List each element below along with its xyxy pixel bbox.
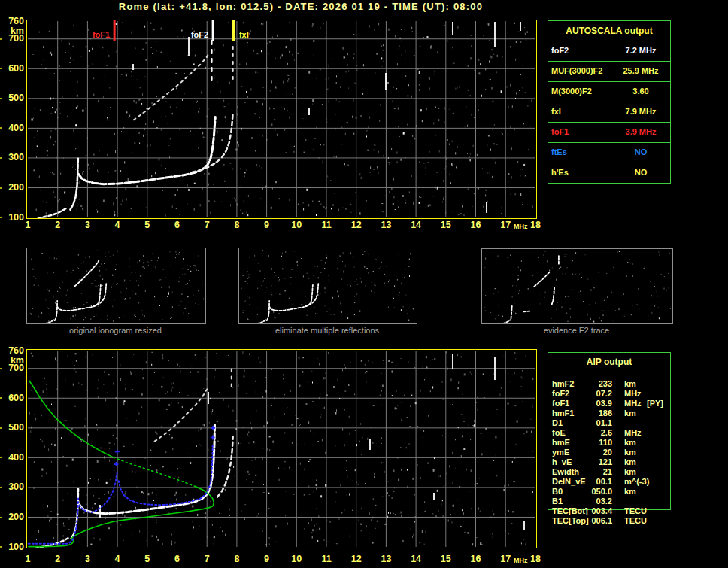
grid-lines	[28, 21, 535, 217]
x-axis-unit: MHz	[514, 223, 528, 230]
x-tick-label: 9	[257, 554, 277, 564]
edge-nub	[0, 98, 2, 99]
trace-second-hop	[155, 389, 208, 441]
aip-u: km	[624, 379, 636, 389]
aip-v: 03.9	[569, 399, 612, 409]
aip-u: TECU	[624, 516, 647, 526]
aip-u: km	[624, 438, 636, 448]
top-ionogram-plot: foF1foF2fxI	[26, 20, 537, 219]
y-tick-label: 200	[0, 183, 24, 193]
aip-row-DelN_vE: DelN_vE00.1m^(-3)	[548, 477, 671, 487]
thumbnail-eliminate-reflections	[238, 248, 417, 324]
aip-row-ymE: ymE20km	[548, 448, 671, 457]
autoscala-row-label: fxI	[548, 102, 611, 122]
aip-u: km	[624, 457, 636, 467]
y-tick-label: 300	[0, 153, 24, 163]
x-tick-label: 5	[138, 554, 157, 564]
x-tick-label: 17	[496, 554, 515, 564]
aip-v: 00.1	[569, 477, 612, 487]
aip-row-hmF1: hmF1186km	[548, 409, 671, 418]
edge-nub	[0, 517, 2, 518]
mini-trace-e-region-echo	[44, 320, 53, 323]
mini-trace-f-trace-o	[269, 285, 313, 311]
isolated-model-points	[114, 426, 216, 466]
aip-row-h_vE: h_vE121km	[548, 457, 671, 467]
autoscala-row-foF1: foF13.9 MHz	[548, 123, 670, 143]
aip-row-TEC[Top]: TEC[Top]006.1TECU	[548, 516, 671, 526]
noise-dots	[29, 351, 533, 545]
traces	[29, 369, 233, 548]
x-tick-label: 8	[227, 554, 247, 564]
x-tick-label: 18	[526, 554, 545, 564]
marker-label-fxI: fxI	[239, 30, 249, 39]
aip-v: 186	[569, 409, 612, 418]
aip-u: MHz	[624, 399, 642, 409]
edge-nub	[0, 68, 2, 69]
aip-v: 121	[569, 457, 612, 467]
x-tick-label: 5	[138, 220, 157, 230]
x-tick-label: 6	[168, 554, 187, 564]
mini-trace-frag-asym	[552, 287, 555, 305]
aip-u: km	[624, 467, 636, 477]
noise-dots	[30, 251, 204, 322]
autoscala-output-table: AUTOSCALA output foF27.2 MHzMUF(3000)F22…	[548, 20, 671, 184]
aip-row-D1: D101.1	[548, 418, 671, 428]
aip-v: 03.2	[569, 497, 612, 506]
x-tick-label: 1	[18, 554, 38, 564]
aip-row-foE: foE2.6MHz	[548, 428, 671, 438]
mini-trace-frag-e	[503, 320, 511, 323]
autoscala-row-label: ftEs	[548, 143, 611, 163]
aip-u: km	[624, 409, 636, 418]
y-axis-unit: km	[0, 26, 24, 36]
mini-trace-frag-f	[523, 311, 530, 312]
autoscala-row-ftEs: ftEsNO	[548, 143, 670, 163]
trace-second-hop	[134, 52, 210, 120]
edge-nub	[0, 217, 2, 218]
thumbnail-caption-eliminate: eliminate multiple reflections	[238, 326, 416, 335]
x-tick-label: 11	[317, 554, 336, 564]
marker-label-foF2: foF2	[191, 30, 208, 39]
aip-row-TEC[Bot]: TEC[Bot]003.4TECU	[548, 506, 671, 516]
autoscala-row-value: 25.9 MHz	[611, 62, 670, 81]
autoscala-row-MUF(3000)F2: MUF(3000)F225.9 MHz	[548, 62, 670, 82]
autoscala-table-header: AUTOSCALA output	[548, 21, 670, 41]
aip-v: 006.1	[569, 516, 612, 526]
y-tick-label: 760	[0, 346, 24, 356]
edge-nub	[0, 487, 2, 488]
mini-trace-frag-cusp	[511, 306, 512, 319]
x-tick-label: 9	[257, 220, 277, 230]
edge-nub	[0, 368, 2, 369]
autoscala-row-value: NO	[611, 143, 670, 163]
aip-l: ymE	[552, 448, 569, 457]
x-tick-label: 2	[48, 554, 68, 564]
aip-row-foF2: foF207.2MHz	[548, 389, 671, 399]
trace-e-region-echo	[38, 208, 67, 218]
x-axis-unit: MHz	[514, 557, 528, 564]
x-tick-label: 14	[406, 554, 426, 564]
y-tick-label: 760	[0, 17, 24, 26]
x-tick-label: 12	[347, 554, 366, 564]
x-tick-label: 4	[108, 554, 127, 564]
autoscala-row-fxI: fxI7.9 MHz	[548, 102, 670, 123]
trace-model-trace-blue-f1	[80, 472, 117, 512]
marker-label-foF1: foF1	[93, 30, 110, 39]
noise-dots	[241, 250, 414, 321]
autoscala-row-value: 3.9 MHz	[611, 123, 670, 142]
aip-l: B1	[552, 497, 563, 506]
aip-v: 07.2	[569, 389, 612, 399]
x-tick-label: 13	[376, 554, 396, 564]
edge-nub	[0, 187, 2, 189]
y-tick-label: 300	[0, 482, 24, 492]
x-tick-label: 4	[108, 220, 127, 230]
x-tick-label: 6	[168, 220, 187, 230]
x-tick-label: 12	[347, 220, 366, 230]
aip-v: 01.1	[569, 418, 612, 428]
autoscala-row-value: 7.2 MHz	[611, 41, 670, 61]
x-tick-label: 3	[77, 554, 97, 564]
thumbnail-original-ionogram	[26, 248, 206, 324]
aip-v: 233	[569, 379, 612, 389]
x-tick-label: 14	[406, 220, 426, 230]
aip-u: MHz	[624, 389, 642, 399]
autoscala-row-h'Es: h'EsNO	[548, 163, 670, 183]
x-tick-label: 3	[77, 220, 97, 230]
